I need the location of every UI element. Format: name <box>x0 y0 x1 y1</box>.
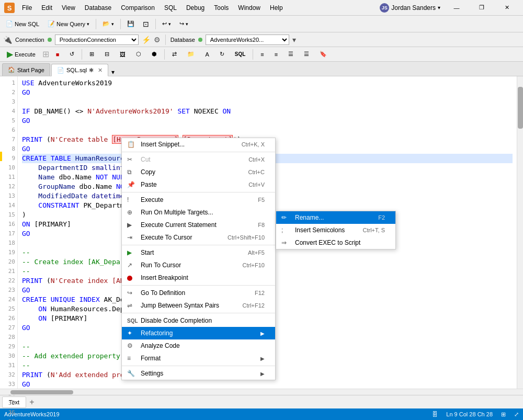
new-sql-button[interactable]: 📄 New SQL <box>2 17 43 31</box>
sql-mode-button[interactable]: SQL <box>230 49 251 60</box>
cm-analyze-label: Analyze Code <box>141 342 180 349</box>
code-line-6 <box>22 126 513 135</box>
cm-paste[interactable]: 📌 Paste Ctrl+V <box>122 178 275 191</box>
toolbar-icon-4[interactable]: ⬡ <box>131 49 146 60</box>
cm-insert-snippet[interactable]: 📋 Insert Snippet... Ctrl+K, X <box>122 138 275 151</box>
vertical-scrollbar[interactable] <box>517 76 523 389</box>
new-sql-icon: 📄 <box>6 20 13 27</box>
tab-sql[interactable]: 📄 SQL.sql ✱ ✕ <box>51 64 108 76</box>
conn-settings-icon[interactable]: ⚙ <box>154 36 161 44</box>
bookmark-button[interactable]: 🔖 <box>315 49 332 60</box>
toolbar-icon-11[interactable]: ≡ <box>270 49 282 60</box>
conn-status-dot <box>48 38 52 42</box>
execute-button[interactable]: ▶ Execute <box>2 49 40 60</box>
toolbar-icon-12[interactable]: ☰ <box>283 49 298 60</box>
db-dropdown-icon[interactable]: ▾ <box>292 36 296 44</box>
toolbar-icon-10[interactable]: ≡ <box>256 49 268 60</box>
tab-start-page[interactable]: 🏠 Start Page <box>2 63 50 76</box>
open-button[interactable]: 📂 ▾ <box>99 17 118 31</box>
cm-execute-current[interactable]: ▶ Execute Current Statement F8 <box>122 219 275 231</box>
sql-tab-close-icon[interactable]: ✕ <box>98 67 103 74</box>
open-icon: 📂 <box>103 20 110 27</box>
cm-start-label: Start <box>141 249 154 256</box>
menu-edit[interactable]: Edit <box>37 3 56 13</box>
cm-cut-shortcut: Ctrl+X <box>248 156 265 163</box>
cm-run-multiple[interactable]: ⊕ Run On Multiple Targets... <box>122 206 275 219</box>
menu-comparison[interactable]: Comparison <box>117 3 159 13</box>
cm-execute-shortcut: F5 <box>258 197 265 203</box>
horizontal-scrollbar[interactable] <box>0 389 523 395</box>
redo-button[interactable]: ↪ ▾ <box>176 17 192 31</box>
toolbar-icon-3[interactable]: 🖼 <box>115 49 130 60</box>
cm-run-cursor-label: Run To Cursor <box>141 262 181 269</box>
cm-copy[interactable]: ⧉ Copy Ctrl+C <box>122 166 275 178</box>
cm-run-cursor[interactable]: ↗ Run To Cursor Ctrl+F10 <box>122 259 275 271</box>
toolbar-icon-6[interactable]: ⇄ <box>167 49 181 60</box>
sm-convert-exec[interactable]: ⇒ Convert EXEC to Script <box>276 236 395 249</box>
conn-action-icon[interactable]: ⚡ <box>142 36 151 44</box>
toolbar-icon-2[interactable]: ⊟ <box>100 49 114 60</box>
menu-database[interactable]: Database <box>81 3 116 13</box>
cm-settings[interactable]: 🔧 Settings ▶ <box>122 367 275 380</box>
rename-icon: ✏ <box>281 214 287 221</box>
code-line-2: GO <box>22 88 513 97</box>
cm-jump-syntax-label: Jump Between Syntax Pairs <box>141 302 219 309</box>
toolbar-icon-8[interactable]: A <box>200 49 213 60</box>
cm-disable-completion[interactable]: SQL Disable Code Completion <box>122 314 275 327</box>
cm-analyze[interactable]: ⚙ Analyze Code <box>122 339 275 352</box>
menu-file[interactable]: File <box>18 3 36 13</box>
toolbar-icon-5[interactable]: ⬢ <box>147 49 162 60</box>
sm-insert-semicolons-label: Insert Semicolons <box>295 226 345 234</box>
cm-execute-cursor[interactable]: ⇥ Execute To Cursor Ctrl+Shift+F10 <box>122 231 275 244</box>
cm-refactoring[interactable]: ✦ Refactoring ▶ <box>122 327 275 339</box>
save-button[interactable]: 💾 <box>123 17 138 31</box>
cm-format[interactable]: ≡ Format ▶ <box>122 352 275 365</box>
line-numbers: 12345 678910 1112131415 1617181920 21222… <box>2 76 18 389</box>
sm-insert-semicolons[interactable]: ; Insert Semicolons Ctrl+T, S <box>276 224 395 236</box>
menu-tools[interactable]: Tools <box>210 3 233 13</box>
cm-insert-snippet-shortcut: Ctrl+K, X <box>242 141 265 147</box>
toolbar-icon-1[interactable]: ⊞ <box>85 49 99 60</box>
toolbar-icon-7[interactable]: 📁 <box>183 49 199 60</box>
cm-insert-breakpoint[interactable]: Insert Breakpoint <box>122 271 275 284</box>
undo-button[interactable]: ↩ ▾ <box>158 17 175 31</box>
menu-view[interactable]: View <box>58 3 79 13</box>
user-dropdown-icon[interactable]: ▾ <box>438 5 440 10</box>
cm-jump-syntax[interactable]: ⇌ Jump Between Syntax Pairs Ctrl+F12 <box>122 299 275 312</box>
stop-button[interactable]: ■ <box>51 49 64 60</box>
cm-execute[interactable]: ! Execute F5 <box>122 194 275 206</box>
cm-cut[interactable]: ✂ Cut Ctrl+X <box>122 153 275 166</box>
sm-rename[interactable]: ✏ Rename... F2 <box>276 211 395 224</box>
toolbar-icon-13[interactable]: ☰ <box>299 49 314 60</box>
sql-tab-label: SQL.sql <box>66 67 87 73</box>
connection-bar: 🔌 Connection ProductionConnection ⚡ ⚙ Da… <box>0 32 523 47</box>
hscrollbar-thumb[interactable] <box>10 390 73 394</box>
cm-goto-def[interactable]: ↪ Go To Definition F12 <box>122 287 275 299</box>
new-query-button[interactable]: 📝 New Query ▾ <box>44 17 93 31</box>
menu-window[interactable]: Window <box>234 3 265 13</box>
menu-help[interactable]: Help <box>266 3 287 13</box>
tab-dropdown-icon[interactable]: ▾ <box>111 69 115 76</box>
cm-start[interactable]: ▶ Start Alt+F5 <box>122 246 275 259</box>
close-button[interactable]: ✕ <box>495 0 519 16</box>
minimize-button[interactable]: — <box>445 0 469 16</box>
connection-select[interactable]: ProductionConnection <box>55 35 139 45</box>
scrollbar-thumb[interactable] <box>518 87 523 129</box>
menu-debug[interactable]: Debug <box>182 3 209 13</box>
add-tab-button[interactable]: + <box>27 398 36 407</box>
restore-button[interactable]: ❐ <box>470 0 494 16</box>
code-line-1: USE AdventureWorks2019 <box>22 78 513 88</box>
cm-sep-2 <box>122 192 275 192</box>
cm-copy-shortcut: Ctrl+C <box>248 169 265 175</box>
semicolon-icon: ; <box>281 226 283 234</box>
save-all-button[interactable]: ⊡ <box>139 17 153 31</box>
toolbar-icon-9[interactable]: ↻ <box>215 49 229 60</box>
save-icon: 💾 <box>127 20 134 27</box>
menu-sql[interactable]: SQL <box>160 3 181 13</box>
cancel-button[interactable]: ↺ <box>65 49 79 60</box>
bottom-tab-bar: Text + <box>0 395 523 408</box>
goto-icon: ↪ <box>127 289 132 297</box>
undo-dropdown-icon: ▾ <box>168 21 171 27</box>
database-select[interactable]: AdventureWorks20... <box>206 35 289 45</box>
start-icon: ▶ <box>127 249 132 256</box>
